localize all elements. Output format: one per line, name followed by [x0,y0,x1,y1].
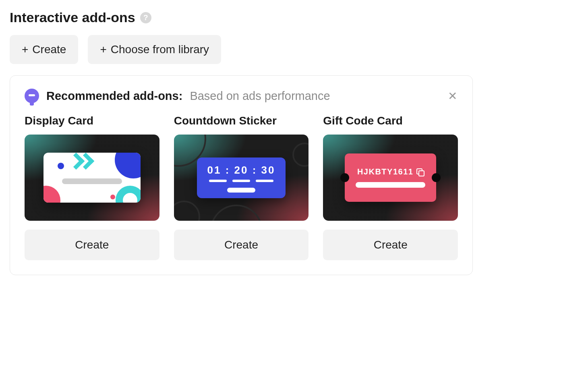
addon-card-gift-code: Gift Code Card HJKBTY1611 Create [323,114,458,260]
choose-from-library-button[interactable]: + Choose from library [88,35,221,64]
plus-icon: + [100,43,106,56]
lightbulb-icon [25,89,39,103]
section-title: Interactive add-ons [10,10,135,25]
help-icon[interactable]: ? [140,12,151,23]
gift-code-text: HJKBTY1611 [357,167,414,176]
create-button[interactable]: + Create [10,35,78,64]
library-button-label: Choose from library [111,43,209,56]
section-header: Interactive add-ons ? [10,10,578,25]
addon-card-countdown-sticker: Countdown Sticker 01 : 20 : 30 Create [174,114,309,260]
addon-card-title: Countdown Sticker [174,114,309,127]
create-button-label: Create [32,43,66,56]
copy-icon [416,168,424,176]
addon-card-title: Display Card [25,114,159,127]
display-card-graphic [43,153,141,203]
display-card-preview [25,135,159,221]
create-gift-code-card-button[interactable]: Create [323,230,458,260]
countdown-time-text: 01 : 20 : 30 [207,164,275,176]
addon-cards-row: Display Card Create Countdown Sticker [25,114,458,260]
gift-code-ticket-graphic: HJKBTY1611 [345,153,437,202]
recommended-panel: Recommended add-ons: Based on ads perfor… [10,75,473,275]
addon-card-title: Gift Code Card [323,114,458,127]
addon-card-display-card: Display Card Create [25,114,159,260]
close-icon[interactable]: ✕ [447,90,458,102]
recommended-subtext: Based on ads performance [190,89,330,103]
create-display-card-button[interactable]: Create [25,230,159,260]
create-countdown-sticker-button[interactable]: Create [174,230,309,260]
panel-header: Recommended add-ons: Based on ads perfor… [25,89,458,103]
gift-code-preview: HJKBTY1611 [323,135,458,221]
plus-icon: + [22,43,28,56]
countdown-sticker-preview: 01 : 20 : 30 [174,135,309,221]
countdown-graphic: 01 : 20 : 30 [197,157,286,198]
action-button-row: + Create + Choose from library [10,35,578,64]
recommended-label: Recommended add-ons: [46,89,182,103]
